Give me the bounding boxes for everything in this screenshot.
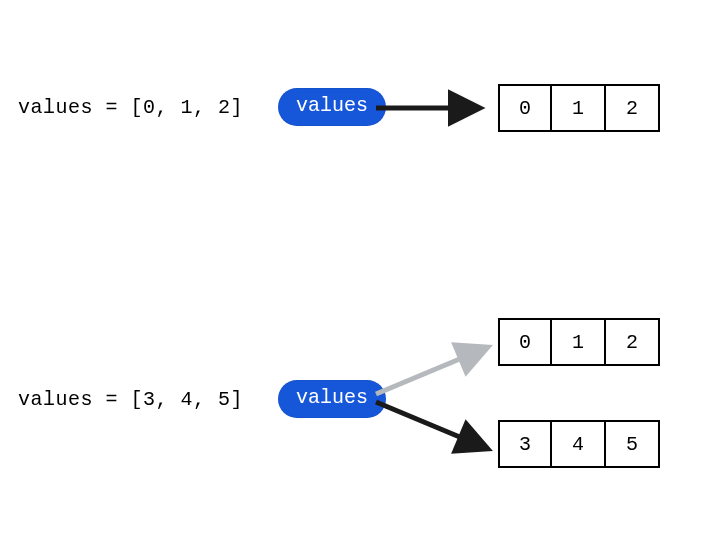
array-cell: 2	[606, 318, 660, 366]
array-cell: 3	[498, 420, 552, 468]
arrow-1	[370, 88, 490, 128]
array-cell: 1	[552, 84, 606, 132]
array-cell: 0	[498, 84, 552, 132]
array-cell: 2	[606, 84, 660, 132]
array-2-old: 0 1 2	[498, 318, 660, 366]
code-line-2: values = [3, 4, 5]	[18, 388, 243, 411]
code-line-1: values = [0, 1, 2]	[18, 96, 243, 119]
array-2-new: 3 4 5	[498, 420, 660, 468]
array-cell: 4	[552, 420, 606, 468]
array-cell: 5	[606, 420, 660, 468]
array-1: 0 1 2	[498, 84, 660, 132]
array-cell: 1	[552, 318, 606, 366]
array-cell: 0	[498, 318, 552, 366]
svg-line-2	[376, 402, 486, 448]
arrow-2-new	[370, 388, 500, 468]
diagram-stage: values = [0, 1, 2] values 0 1 2 values =…	[0, 0, 720, 540]
